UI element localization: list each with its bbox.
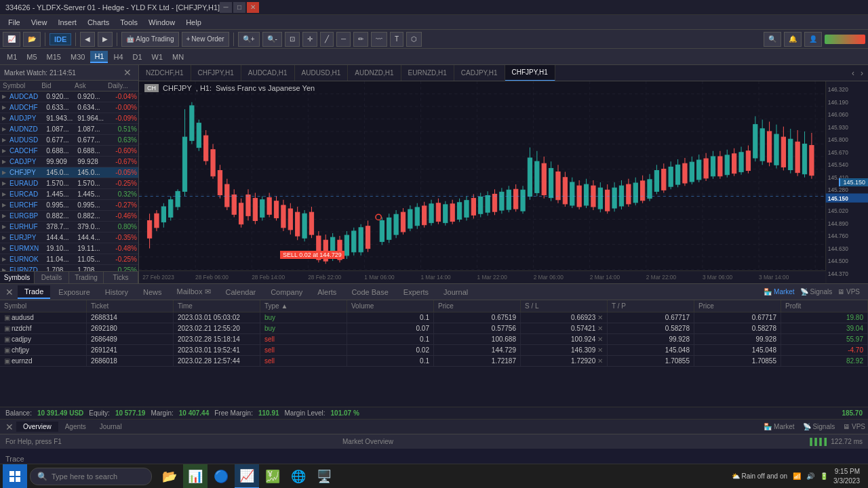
tab-experts[interactable]: Experts [397,286,435,298]
fibonacci-button[interactable]: 〰 [371,32,387,47]
mw-tab-trading[interactable]: Trading [69,272,104,283]
market-watch-row[interactable]: ▶ AUDCHF 0.633... 0.634... -0.00% [0,102,138,113]
zoom-in-button[interactable]: 🔍+ [238,32,260,47]
tab-mailbox[interactable]: Mailbox ✉ [170,285,218,298]
tab-news[interactable]: News [136,286,169,298]
taskbar-app-explorer[interactable]: 📂 [157,464,182,489]
tab-trade[interactable]: Trade [18,285,50,299]
market-watch-row[interactable]: ▶ CADJPY 99.909 99.928 -0.67% [0,157,138,167]
taskbar-app-chrome[interactable]: 📊 [183,464,208,489]
market-watch-row[interactable]: ▶ EURMXN 19.10... 19.11... -0.48% [0,243,138,254]
market-watch-row[interactable]: ▶ EURNOK 11.04... 11.05... -0.25% [0,254,138,265]
search-toolbar-button[interactable]: 🔍 [764,32,781,47]
market-watch-row[interactable]: ▶ AUDCAD 0.920... 0.920... -0.04% [0,92,138,102]
ov-market-link[interactable]: 🏪 Market [764,423,794,430]
vps-link[interactable]: 🖥 VPS [837,288,860,296]
chart-tab-eurnzd[interactable]: EURNZD,H1 [401,65,454,81]
menu-tools[interactable]: Tools [115,17,143,28]
menu-insert[interactable]: Insert [52,17,82,28]
close-bottom-panel[interactable]: ✕ [3,287,16,298]
ov-vps-link[interactable]: 🖥 VPS [843,423,865,430]
chart-tab-audcad[interactable]: AUDCAD,H1 [241,65,295,81]
chart-tab-nzdchf[interactable]: NZDCHF,H1 [139,65,191,81]
chart-tab-audnzd[interactable]: AUDNZD,H1 [348,65,401,81]
chart-container[interactable]: CH CHFJPY , H1: Swiss Franc vs Japanese … [139,81,868,283]
zoom-out-button[interactable]: 🔍- [262,32,282,47]
market-watch-row[interactable]: ▶ EURCHF 0.995... 0.995... -0.27% [0,200,138,211]
sl-close-icon[interactable]: ✕ [597,325,603,332]
tf-h4[interactable]: H4 [109,52,127,62]
tab-journal[interactable]: Journal [437,286,475,298]
forward-button[interactable]: ▶ [98,32,113,47]
text-button[interactable]: T [390,32,403,47]
taskbar-search[interactable]: 🔍 Type here to search [30,468,152,485]
tab-codebase[interactable]: Code Base [344,286,395,298]
menu-charts[interactable]: Charts [82,17,115,28]
start-button[interactable] [3,464,27,489]
notification-button[interactable]: 🔔 [784,32,802,47]
taskbar-app-mt5[interactable]: 📈 [235,464,259,489]
market-watch-row[interactable]: ▶ EURAUD 1.570... 1.570... -0.25% [0,178,138,189]
tf-mn[interactable]: MN [168,52,188,62]
market-watch-row[interactable]: ▶ EURJPY 144.4... 144.4... -0.35% [0,232,138,243]
hline-button[interactable]: ─ [336,32,351,47]
tf-m1[interactable]: M1 [3,52,21,62]
ov-tab-journal[interactable]: Journal [93,422,129,432]
tab-alerts[interactable]: Alerts [311,286,343,298]
ide-button[interactable]: IDE [50,33,71,45]
col-order-type[interactable]: Type ▲ [260,300,347,312]
zoom-fit-button[interactable]: ⊡ [285,32,300,47]
tf-w1[interactable]: W1 [148,52,167,62]
open-account-button[interactable]: 📂 [23,32,41,47]
market-watch-row[interactable]: ▶ AUDNZD 1.087... 1.087... 0.51% [0,124,138,135]
market-watch-row[interactable]: ▶ EURHUF 378.7... 379.0... 0.80% [0,222,138,232]
algo-trading-button[interactable]: 🤖 Algo Trading [121,32,178,47]
mw-tab-details[interactable]: Details [35,272,69,283]
market-watch-row[interactable]: ▶ EURCAD 1.445... 1.445... 0.32% [0,189,138,200]
market-watch-row[interactable]: ▶ AUDJPY 91.943... 91.964... -0.09% [0,113,138,124]
taskbar-app-extra3[interactable]: 🖥️ [312,464,336,489]
chart-tab-cadjpy[interactable]: CADJPY,H1 [454,65,505,81]
maximize-button[interactable]: □ [233,2,245,13]
close-overview-panel[interactable]: ✕ [3,422,16,432]
shapes-button[interactable]: ⬡ [406,32,422,47]
sl-close-icon[interactable]: ✕ [597,346,603,354]
signals-link[interactable]: 📡 Signals [800,288,833,296]
sl-close-icon[interactable]: ✕ [597,336,603,343]
draw-button[interactable]: ✏ [353,32,368,47]
sl-close-icon[interactable]: ✕ [597,314,603,321]
market-watch-row[interactable]: ▶ CADCHF 0.688... 0.688... -0.60% [0,146,138,157]
menu-window[interactable]: Window [143,17,180,28]
menu-file[interactable]: File [3,17,26,28]
ov-tab-overview[interactable]: Overview [16,422,58,432]
taskbar-app-firefox[interactable]: 🔵 [209,464,233,489]
tf-m5[interactable]: M5 [22,52,41,62]
market-watch-row[interactable]: ▶ CHFJPY 145.0... 145.0... -0.05% [0,167,138,178]
chart-nav-right[interactable]: › [859,68,865,79]
close-button[interactable]: ✕ [247,2,259,13]
mw-tab-symbols[interactable]: Symbols [0,272,35,283]
tf-d1[interactable]: D1 [129,52,146,62]
sl-close-icon[interactable]: ✕ [597,357,603,365]
taskbar-app-extra2[interactable]: 🌐 [286,464,311,489]
chart-tab-audusd[interactable]: AUDUSD,H1 [295,65,349,81]
market-watch-row[interactable]: ▶ EURGBP 0.882... 0.882... -0.46% [0,211,138,222]
new-order-button[interactable]: + New Order [182,32,229,47]
chart-tab-chfjpy-active[interactable]: CHFJPY,H1 [505,65,555,81]
market-link[interactable]: 🏪 Market [764,288,794,296]
ov-tab-agents[interactable]: Agents [58,422,93,432]
tf-m15[interactable]: M15 [43,52,65,62]
chart-tab-chfjpy1[interactable]: CHFJPY,H1 [191,65,241,81]
new-chart-button[interactable]: 📈 [3,32,20,47]
line-button[interactable]: ╱ [320,32,334,47]
menu-help[interactable]: Help [180,17,207,28]
tf-m30[interactable]: M30 [66,52,89,62]
minimize-button[interactable]: ─ [220,2,232,13]
market-watch-row[interactable]: ▶ EURNZD 1.708... 1.708... 0.25% [0,265,138,271]
menu-view[interactable]: View [26,17,53,28]
tab-exposure[interactable]: Exposure [52,286,96,298]
market-watch-row[interactable]: ▶ AUDUSD 0.677... 0.677... 0.63% [0,135,138,146]
chart-nav-left[interactable]: ‹ [850,68,856,79]
tab-calendar[interactable]: Calendar [219,286,263,298]
taskbar-time[interactable]: 9:15 PM 3/3/2023 [833,467,860,486]
